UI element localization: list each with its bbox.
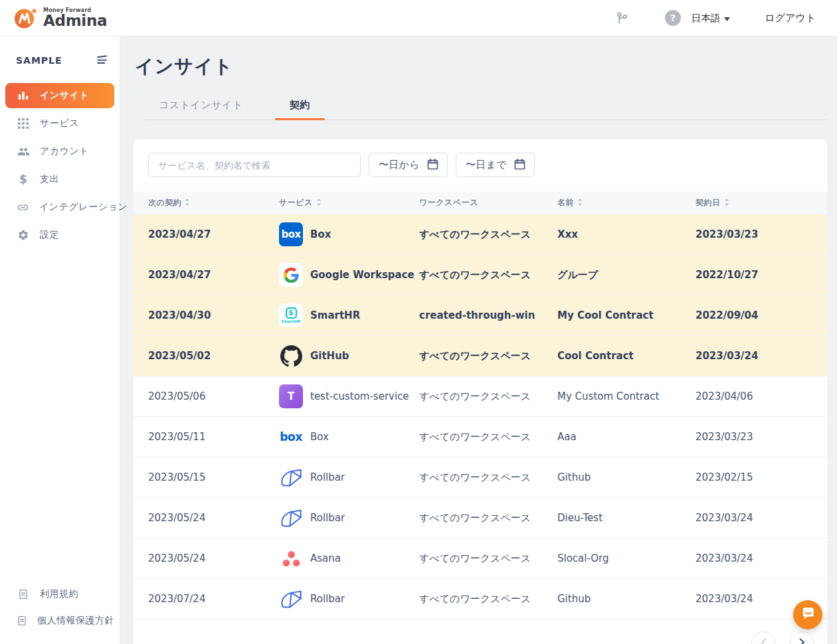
cell-next-contract-date: 2023/04/27 bbox=[148, 228, 279, 240]
column-header[interactable]: 名前 bbox=[557, 197, 696, 208]
cell-next-contract-date: 2023/05/11 bbox=[148, 431, 279, 443]
tab-contracts[interactable]: 契約 bbox=[275, 95, 325, 120]
column-header[interactable]: 次の契約 bbox=[148, 197, 279, 208]
cell-contract-name: Cool Contract bbox=[557, 350, 696, 362]
cell-contract-date: 2023/03/24 bbox=[696, 350, 827, 362]
service-name: Asana bbox=[310, 552, 341, 564]
language-selector[interactable]: 日本語 bbox=[692, 12, 731, 25]
sidebar-collapse-icon[interactable] bbox=[95, 54, 109, 66]
sidebar-item-サービス[interactable]: サービス bbox=[5, 111, 114, 136]
table-row[interactable]: 2023/04/27 Google Workspace すべてのワークスペース … bbox=[134, 255, 827, 295]
table-row[interactable]: 2023/07/24 Rollbar すべてのワークスペース Github 20… bbox=[134, 579, 827, 619]
language-label: 日本語 bbox=[692, 12, 721, 25]
table-row[interactable]: 2023/05/11 box Box すべてのワークスペース Aaa 2023/… bbox=[134, 417, 827, 457]
cell-contract-name: Aaa bbox=[557, 431, 696, 443]
table-row[interactable]: 2023/05/24 Rollbar すべてのワークスペース Dieu-Test… bbox=[134, 498, 827, 538]
cell-workspace: すべてのワークスペース bbox=[419, 269, 557, 282]
custom-service-icon: T bbox=[279, 384, 303, 408]
cell-contract-date: 2023/03/24 bbox=[696, 552, 827, 564]
sidebar-menu: インサイト サービス アカウント $ 支出 インテグレーション 設定 bbox=[0, 83, 120, 248]
sidebar-item-支出[interactable]: $ 支出 bbox=[5, 167, 114, 192]
column-header-label: サービス bbox=[279, 197, 313, 208]
cell-service: Rollbar bbox=[279, 465, 419, 489]
chat-bubble-icon bbox=[799, 605, 817, 625]
rollbar-icon bbox=[279, 506, 303, 530]
cell-workspace: すべてのワークスペース bbox=[419, 350, 557, 362]
chevron-left-icon bbox=[761, 638, 767, 644]
cell-service: GitHub bbox=[279, 344, 419, 368]
sidebar-item-label: 個人情報保護方針 bbox=[37, 615, 114, 627]
cell-contract-name: My Cool Contract bbox=[557, 309, 696, 321]
date-from-label: 〜日から bbox=[379, 159, 420, 171]
service-name: Box bbox=[310, 431, 329, 443]
service-name: Rollbar bbox=[310, 593, 345, 605]
cell-service: box Box bbox=[279, 425, 419, 449]
date-to-label: 〜日まで bbox=[466, 159, 507, 171]
pagination-prev-button[interactable] bbox=[751, 631, 775, 644]
cell-service: Asana bbox=[279, 546, 419, 570]
pagination bbox=[134, 619, 827, 644]
column-header[interactable]: 契約日 bbox=[696, 197, 827, 208]
sidebar-item-インサイト[interactable]: インサイト bbox=[5, 83, 114, 108]
cell-service: T test-custom-service bbox=[279, 384, 419, 408]
rollbar-icon bbox=[279, 587, 303, 611]
table-row[interactable]: 2023/04/27 box Box すべてのワークスペース Xxx 2023/… bbox=[134, 214, 827, 255]
service-name: Google Workspace bbox=[310, 269, 415, 281]
caret-down-icon bbox=[724, 13, 730, 23]
sidebar-item-label: 支出 bbox=[40, 173, 59, 185]
org-name: SAMPLE bbox=[16, 55, 62, 66]
chat-launcher-button[interactable] bbox=[793, 600, 822, 629]
sidebar-item-設定[interactable]: 設定 bbox=[5, 222, 114, 248]
cell-contract-name: My Custom Contract bbox=[557, 390, 696, 402]
brand-name-text: Admina bbox=[43, 13, 107, 29]
search-input[interactable] bbox=[148, 153, 361, 177]
date-to-picker[interactable]: 〜日まで bbox=[456, 153, 535, 177]
sort-icon bbox=[577, 198, 583, 208]
page-title: インサイト bbox=[120, 37, 837, 79]
sidebar: SAMPLE インサイト サービス アカウント $ 支出 インテグレーション 設… bbox=[0, 37, 120, 644]
sidebar-item-label: インサイト bbox=[40, 90, 89, 102]
cell-workspace: すべてのワークスペース bbox=[419, 431, 557, 443]
cell-workspace: created-through-win bbox=[419, 309, 557, 321]
sidebar-item-アカウント[interactable]: アカウント bbox=[5, 139, 114, 164]
cell-next-contract-date: 2023/07/24 bbox=[148, 593, 279, 605]
help-icon[interactable]: ? bbox=[664, 9, 682, 27]
pagination-next-button[interactable] bbox=[790, 631, 814, 644]
column-header-label: 次の契約 bbox=[148, 197, 181, 208]
tab-cost-insight[interactable]: コストインサイト bbox=[144, 95, 258, 120]
cell-next-contract-date: 2023/05/06 bbox=[148, 390, 279, 402]
cell-contract-date: 2023/03/24 bbox=[696, 512, 827, 524]
column-header-label: 契約日 bbox=[696, 197, 721, 208]
cell-contract-name: グループ bbox=[557, 269, 696, 282]
grid-icon bbox=[17, 118, 30, 129]
table-row[interactable]: 2023/05/02 GitHub すべてのワークスペース Cool Contr… bbox=[134, 336, 827, 376]
column-header[interactable]: サービス bbox=[279, 197, 419, 208]
box-tile-icon: box bbox=[279, 222, 303, 246]
cell-contract-date: 2022/09/04 bbox=[696, 309, 827, 321]
cell-workspace: すべてのワークスペース bbox=[419, 390, 557, 403]
cell-contract-name: Dieu-Test bbox=[557, 512, 696, 524]
cell-contract-date: 2023/03/23 bbox=[696, 431, 827, 443]
table-row[interactable]: 2023/05/24 Asana すべてのワークスペース Slocal-Org … bbox=[134, 538, 827, 579]
service-name: Rollbar bbox=[310, 471, 345, 483]
cell-next-contract-date: 2023/04/27 bbox=[148, 269, 279, 281]
sidebar-item-インテグレーション[interactable]: インテグレーション bbox=[5, 195, 114, 220]
sidebar-item-個人情報保護方針[interactable]: 個人情報保護方針 bbox=[5, 608, 114, 633]
logout-button[interactable]: ログアウト bbox=[765, 12, 816, 25]
milestone-icon[interactable] bbox=[613, 9, 632, 27]
cell-workspace: すべてのワークスペース bbox=[419, 552, 557, 565]
brand-logo[interactable]: Money Forward Admina bbox=[13, 6, 107, 30]
sort-icon bbox=[724, 198, 729, 208]
sidebar-item-利用規約[interactable]: 利用規約 bbox=[5, 582, 114, 607]
cell-next-contract-date: 2023/04/30 bbox=[148, 309, 279, 321]
column-header[interactable]: ワークスペース bbox=[419, 197, 557, 208]
cell-contract-date: 2023/03/23 bbox=[696, 228, 827, 240]
cell-next-contract-date: 2023/05/24 bbox=[148, 512, 279, 524]
cell-next-contract-date: 2023/05/02 bbox=[148, 350, 279, 362]
table-row[interactable]: 2023/04/30 SSmartHR SmartHR created-thro… bbox=[134, 295, 827, 336]
cell-contract-name: Slocal-Org bbox=[557, 552, 696, 564]
service-name: Box bbox=[310, 228, 331, 240]
date-from-picker[interactable]: 〜日から bbox=[369, 153, 448, 177]
table-row[interactable]: 2023/05/06 T test-custom-service すべてのワーク… bbox=[134, 376, 827, 417]
table-row[interactable]: 2023/05/15 Rollbar すべてのワークスペース Github 20… bbox=[134, 457, 827, 498]
